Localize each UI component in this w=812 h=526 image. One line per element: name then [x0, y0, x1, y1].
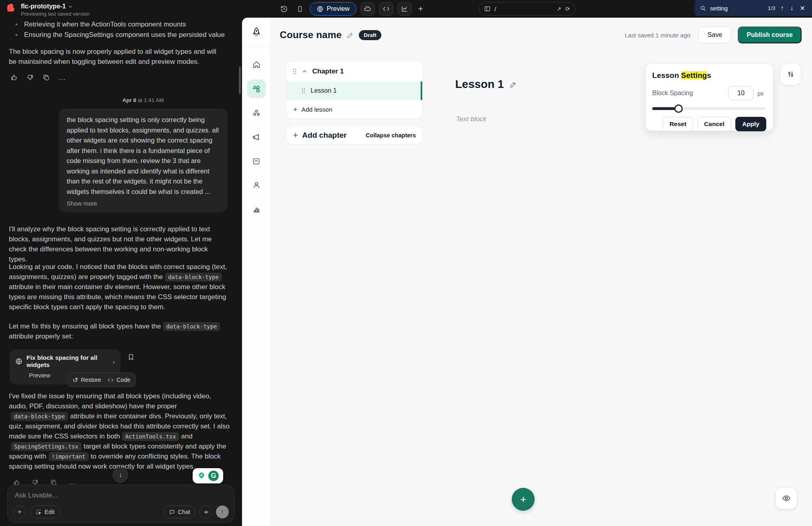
collapse-chapters-button[interactable]: Collapse chapters [366, 132, 416, 139]
code-button[interactable] [379, 2, 393, 16]
find-previous-button[interactable]: ↑ [779, 4, 785, 12]
sidebar-item-community[interactable] [247, 104, 266, 122]
show-more-link[interactable]: Show more [67, 200, 220, 207]
message-actions: … [10, 73, 67, 82]
add-tab-button[interactable]: + [416, 4, 425, 14]
sidebar-item-home[interactable] [247, 55, 266, 74]
history-icon[interactable] [278, 3, 290, 15]
more-options-icon[interactable]: … [58, 73, 67, 82]
publish-course-button[interactable]: Publish course [738, 27, 802, 43]
code-button-small[interactable]: Code [108, 377, 130, 383]
device-mobile-icon[interactable] [294, 3, 306, 15]
bullet-item: Retrieving it when the ActionTools compo… [24, 19, 186, 29]
lesson-title: Lesson 1 [311, 87, 337, 94]
voice-input-button[interactable] [199, 506, 212, 518]
find-count: 1/3 [768, 5, 775, 11]
chat-input-placeholder: Ask Lovable... [15, 491, 227, 499]
inline-code: data-block-type [11, 412, 68, 421]
version-card-title: Fix block spacing for all widgets [26, 354, 108, 369]
save-button[interactable]: Save [698, 27, 731, 43]
rocket-logo-icon[interactable] [242, 18, 271, 47]
lovable-workspace: flc-prototype-1 Previewing last saved ve… [0, 0, 812, 526]
find-in-page-bar: setting 1/3 ↑ ↓ ✕ [694, 0, 812, 16]
inline-code: !important [49, 452, 89, 461]
sidebar-item-content[interactable] [247, 80, 266, 98]
assistant-message: Looking at your code, I noticed that the… [9, 262, 229, 312]
user-message-bubble: the block spacing setting is only correc… [59, 108, 228, 212]
plus-icon: + [293, 131, 298, 140]
sidebar-item-store[interactable] [247, 152, 266, 170]
app-preview-window: Course name Draft Last saved 1 minute ag… [242, 18, 812, 526]
plus-icon: + [520, 493, 526, 506]
chat-mode-button[interactable]: Chat [163, 506, 196, 518]
scroll-to-bottom-button[interactable]: ↓ [113, 467, 128, 483]
add-chapter-button[interactable]: Add chapter [302, 131, 347, 140]
chat-scrollbar[interactable] [239, 67, 241, 94]
shapes-icon [252, 84, 261, 94]
arrow-up-icon: ↑ [221, 508, 224, 516]
thumbs-up-icon[interactable] [10, 73, 18, 82]
inline-code: data-block-type [165, 273, 222, 281]
chapter-row[interactable]: Chapter 1 [287, 61, 422, 82]
drag-handle-icon[interactable] [292, 68, 297, 75]
attach-button[interactable]: + [13, 506, 26, 518]
text-block-placeholder[interactable]: Text block [456, 115, 486, 123]
project-brand[interactable]: flc-prototype-1 Previewing last saved ve… [6, 3, 90, 17]
sidebar-item-marketing[interactable] [247, 128, 266, 146]
send-button[interactable]: ↑ [216, 506, 229, 518]
plus-icon: + [293, 106, 297, 113]
apply-button[interactable]: Apply [735, 117, 766, 131]
preview-label: Preview [327, 5, 350, 12]
find-close-button[interactable]: ✕ [799, 4, 806, 12]
arrow-down-icon: ↓ [119, 471, 122, 479]
add-lesson-button[interactable]: + Add lesson [287, 100, 422, 118]
preview-toggle-button[interactable] [775, 487, 797, 509]
copy-icon[interactable] [42, 73, 51, 82]
sidebar-item-analytics[interactable] [247, 200, 266, 218]
edit-mode-button[interactable]: Edit [30, 506, 60, 518]
url-path[interactable]: / [495, 6, 553, 12]
inline-code: ActionTools.tsx [122, 432, 179, 441]
search-icon [700, 5, 706, 11]
block-spacing-slider[interactable] [652, 106, 766, 111]
open-external-icon[interactable]: ↗ [557, 6, 562, 12]
add-chapter-panel: + Add chapter Collapse chapters [286, 126, 423, 145]
assistant-message: I'll analyze why the block spacing setti… [9, 224, 228, 264]
project-subtitle: Previewing last saved version [21, 11, 90, 17]
bookmark-icon[interactable] [128, 353, 134, 361]
drag-handle-icon[interactable] [301, 88, 306, 94]
inline-code: data-block-type [163, 322, 220, 331]
restore-button[interactable]: ↺ Restore [73, 376, 101, 384]
lesson-row-selected[interactable]: Lesson 1 [287, 82, 422, 100]
refresh-icon[interactable]: ⟳ [565, 6, 570, 12]
settings-toggle-button[interactable] [780, 63, 801, 85]
lesson-heading: Lesson 1 [455, 78, 517, 91]
sidebar-item-people[interactable] [247, 176, 266, 194]
lesson-settings-title: Lesson Settings [652, 71, 766, 80]
restore-icon: ↺ [73, 376, 78, 384]
cloud-button[interactable] [360, 2, 375, 16]
thumbs-down-icon[interactable] [26, 73, 35, 82]
add-block-fab[interactable]: + [512, 488, 535, 511]
selected-indicator [421, 82, 422, 100]
chapters-panel: Chapter 1 Lesson 1 + Add lesson [286, 61, 423, 119]
find-next-button[interactable]: ↓ [789, 4, 795, 12]
find-query[interactable]: setting [710, 5, 764, 12]
chapter-title: Chapter 1 [312, 67, 344, 75]
chevron-up-icon[interactable] [302, 69, 307, 74]
app-sidebar-rail [242, 18, 271, 526]
grammarly-widget[interactable]: G [193, 468, 223, 483]
reset-button[interactable]: Reset [663, 117, 693, 131]
topbar: flc-prototype-1 Previewing last saved ve… [0, 0, 812, 18]
url-bar[interactable]: / ↗ ⟳ [479, 2, 575, 16]
edit-course-name-icon[interactable] [346, 31, 354, 39]
preview-button[interactable]: Preview [310, 2, 356, 16]
message-timestamp: Apr 8 at 1:41 AM [59, 97, 228, 103]
lesson-settings-panel: Lesson Settings Block Spacing 10 px Rese… [645, 63, 773, 131]
edit-lesson-name-icon[interactable] [509, 81, 517, 88]
slider-thumb[interactable] [674, 104, 683, 113]
chat-input[interactable]: Ask Lovable... G + Edit [7, 485, 235, 523]
analytics-button[interactable] [397, 2, 412, 16]
cancel-button[interactable]: Cancel [697, 117, 731, 131]
block-spacing-input[interactable]: 10 [729, 86, 753, 100]
